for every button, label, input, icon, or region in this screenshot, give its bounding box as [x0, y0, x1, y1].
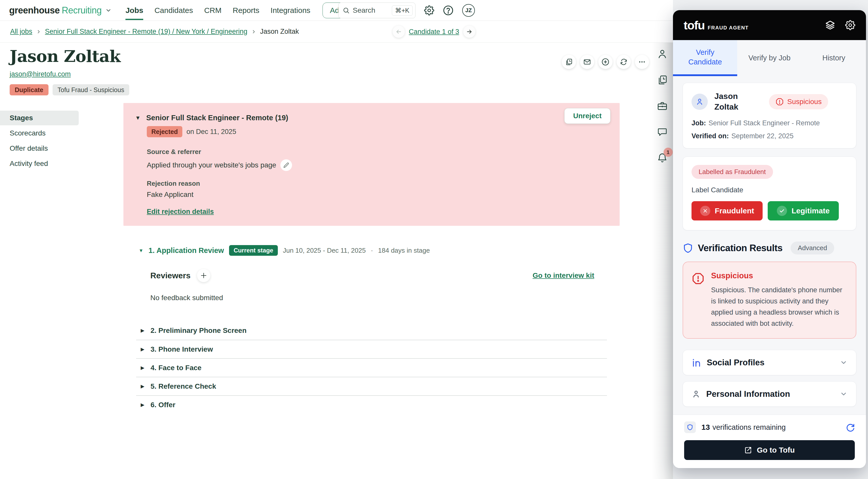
- stage-row-reference-check[interactable]: ▶ 5. Reference Check: [136, 377, 607, 395]
- edit-rejection-details-link[interactable]: Edit rejection details: [147, 208, 214, 216]
- fraudulent-button[interactable]: Fraudulent: [691, 201, 763, 220]
- alert-title: Suspicious: [711, 271, 847, 280]
- nav-item-crm[interactable]: CRM: [204, 0, 221, 21]
- nav-item-candidates[interactable]: Candidates: [154, 0, 193, 21]
- prev-candidate-button[interactable]: [393, 26, 405, 38]
- banner-job-title: Senior Full Stack Engineer - Remote (19): [146, 114, 288, 122]
- brand-name: greenhouse: [9, 5, 60, 16]
- current-stage-badge: Current stage: [229, 245, 278, 256]
- candidate-details-rail-button[interactable]: [656, 48, 668, 60]
- tofu-logo-wordmark: tofu: [684, 18, 705, 32]
- check-circle-icon: [777, 206, 787, 216]
- top-navigation-bar: greenhouse Recruiting Jobs Candidates CR…: [0, 0, 673, 21]
- stage-title-application-review[interactable]: 1. Application Review: [149, 246, 224, 255]
- collapse-triangle-icon[interactable]: ▼: [138, 248, 144, 253]
- rejection-reason-value: Fake Applicant: [147, 191, 604, 199]
- personal-information-accordion[interactable]: Personal Information: [683, 381, 856, 407]
- stage-row-face-to-face[interactable]: ▶ 4. Face to Face: [136, 358, 607, 377]
- email-candidate-button[interactable]: [580, 55, 594, 69]
- refresh-credits-button[interactable]: [846, 423, 855, 432]
- sidenav-item-activity-feed[interactable]: Activity feed: [0, 156, 123, 171]
- source-referrer-label: Source & referrer: [147, 148, 604, 156]
- person-icon: [691, 389, 701, 399]
- edit-source-button[interactable]: [280, 159, 292, 171]
- person-icon: [695, 97, 704, 106]
- nav-item-jobs[interactable]: Jobs: [125, 0, 143, 21]
- go-to-tofu-button[interactable]: Go to Tofu: [684, 440, 855, 460]
- go-to-interview-kit-link[interactable]: Go to interview kit: [532, 271, 594, 280]
- tab-verify-by-job[interactable]: Verify by Job: [737, 40, 802, 76]
- gear-icon: [845, 20, 855, 30]
- tab-history[interactable]: History: [802, 40, 866, 76]
- stage-row-preliminary-phone-screen[interactable]: ▶ 2. Preliminary Phone Screen: [136, 321, 607, 340]
- nav-item-label: Reports: [232, 6, 259, 15]
- alert-body: Suspicious. The candidate's phone number…: [711, 284, 847, 329]
- linkedin-icon: [691, 358, 701, 367]
- expand-triangle-icon: ▶: [141, 384, 145, 389]
- sidenav-item-stages[interactable]: Stages: [0, 111, 79, 125]
- nav-item-reports[interactable]: Reports: [232, 0, 259, 21]
- tofu-fraud-agent-panel: tofu FRAUD AGENT Verify Candidate Verify…: [673, 10, 866, 468]
- chat-icon: [657, 126, 668, 137]
- stage-row-offer[interactable]: ▶ 6. Offer: [136, 395, 607, 414]
- candidate-sidenav: Stages Scorecards Offer details Activity…: [0, 103, 123, 414]
- settings-button[interactable]: [424, 5, 434, 15]
- layers-button[interactable]: [825, 20, 836, 30]
- sidenav-item-offer-details[interactable]: Offer details: [0, 141, 123, 156]
- documents-rail-button[interactable]: [656, 74, 668, 86]
- next-candidate-button[interactable]: [463, 26, 475, 38]
- verification-results-title: Verification Results: [698, 243, 782, 253]
- stage-row-phone-interview[interactable]: ▶ 3. Phone Interview: [136, 340, 607, 358]
- gear-icon: [424, 5, 434, 15]
- arrow-right-icon: [466, 28, 473, 35]
- refresh-icon: [846, 423, 855, 432]
- user-avatar[interactable]: JZ: [462, 4, 475, 17]
- nav-item-label: Jobs: [125, 6, 143, 20]
- suspicious-status-badge: Suspicious: [769, 94, 828, 109]
- person-icon: [657, 48, 668, 60]
- nav-item-label: Integrations: [271, 6, 310, 15]
- legitimate-button[interactable]: Legitimate: [768, 201, 839, 220]
- candidate-action-buttons: [562, 55, 649, 69]
- collapse-triangle-icon[interactable]: ▼: [135, 115, 141, 121]
- chevron-down-icon: [840, 359, 847, 366]
- tab-verify-candidate[interactable]: Verify Candidate: [673, 40, 737, 76]
- tofu-logo-tagline: FRAUD AGENT: [708, 25, 749, 31]
- transfer-candidate-button[interactable]: [617, 55, 631, 69]
- tofu-logo: tofu FRAUD AGENT: [684, 18, 749, 32]
- collapsed-stage-list: ▶ 2. Preliminary Phone Screen ▶ 3. Phone…: [136, 321, 607, 414]
- help-button[interactable]: [443, 5, 454, 16]
- tag-duplicate[interactable]: Duplicate: [10, 84, 49, 95]
- sidenav-item-scorecards[interactable]: Scorecards: [0, 126, 123, 141]
- search-input[interactable]: Search ⌘+K: [338, 3, 415, 18]
- copy-icon: [565, 58, 572, 66]
- tofu-settings-button[interactable]: [845, 20, 855, 30]
- copy-candidate-button[interactable]: [562, 55, 576, 69]
- social-profiles-accordion[interactable]: Social Profiles: [683, 350, 856, 375]
- candidate-email-link[interactable]: jason@hiretofu.com: [10, 70, 71, 78]
- breadcrumb-job[interactable]: Senior Full Stack Engineer - Remote (19)…: [45, 28, 247, 36]
- notifications-rail-button[interactable]: 1: [656, 152, 668, 163]
- nav-item-integrations[interactable]: Integrations: [271, 0, 310, 21]
- candidate-header: Jason Zoltak jason@hiretofu.com Duplicat…: [0, 43, 673, 95]
- breadcrumb-all-jobs[interactable]: All jobs: [10, 28, 32, 36]
- suspicious-alert: Suspicious Suspicious. The candidate's p…: [683, 262, 856, 339]
- add-to-another-job-button[interactable]: [598, 55, 613, 69]
- tag-tofu-fraud-suspicious[interactable]: Tofu Fraud - Suspicious: [53, 84, 129, 95]
- page: greenhouse Recruiting Jobs Candidates CR…: [0, 0, 868, 479]
- search-placeholder: Search: [353, 6, 389, 14]
- add-reviewer-button[interactable]: [197, 269, 210, 282]
- candidate-pager-link[interactable]: Candidate 1 of 3: [409, 28, 459, 36]
- candidate-tags: Duplicate Tofu Fraud - Suspicious: [10, 84, 673, 95]
- more-actions-button[interactable]: [635, 55, 649, 69]
- unreject-button[interactable]: Unreject: [564, 108, 611, 124]
- notes-rail-button[interactable]: [656, 126, 668, 138]
- breadcrumb-candidate: Jason Zoltak: [260, 28, 299, 36]
- candidate-pager: Candidate 1 of 3: [393, 21, 475, 43]
- greenhouse-logo[interactable]: greenhouse Recruiting: [9, 5, 112, 16]
- stage-date-range: Jun 10, 2025 - Dec 11, 2025: [283, 247, 366, 254]
- advanced-badge[interactable]: Advanced: [790, 242, 834, 254]
- label-candidate-card: Labelled as Fraudulent Label Candidate F…: [683, 157, 856, 230]
- jobs-rail-button[interactable]: [656, 100, 668, 112]
- shield-chip-icon: [684, 421, 696, 433]
